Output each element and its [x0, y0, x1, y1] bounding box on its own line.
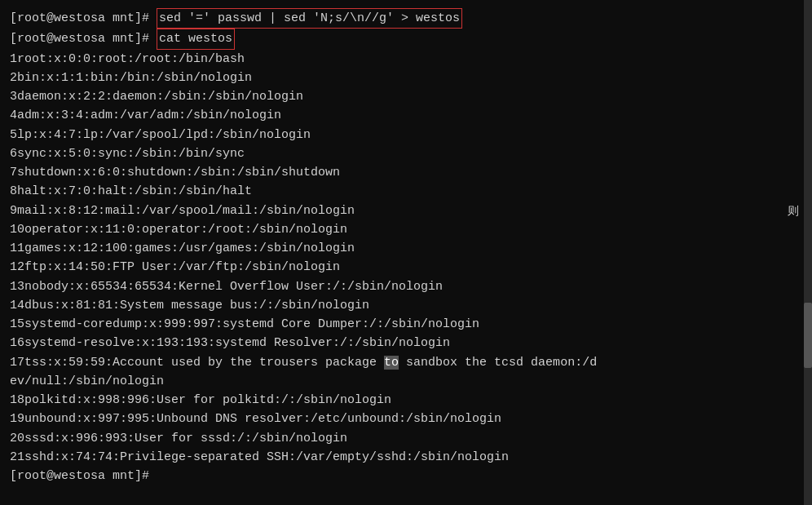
output-line-19: 19unbound:x:997:995:Unbound DNS resolver…: [10, 410, 802, 428]
prompt-2: [root@westosa mnt]#: [10, 32, 157, 46]
output-line-21: 21sshd:x:74:74:Privilege-separated SSH:/…: [10, 448, 802, 467]
output-line-11: 11games:x:12:100:games:/usr/games:/sbin/…: [10, 239, 802, 258]
output-line-3: 3daemon:x:2:2:daemon:/sbin:/sbin/nologin: [10, 87, 802, 106]
output-line-5: 5lp:x:4:7:lp:/var/spool/lpd:/sbin/nologi…: [10, 126, 802, 144]
command-line-1: [root@westosa mnt]# sed '=' passwd | sed…: [10, 8, 802, 29]
final-prompt: [root@westosa mnt]#: [10, 467, 802, 485]
output-line-13: 13nobody:x:65534:65534:Kernel Overflow U…: [10, 277, 802, 296]
terminal-window: [root@westosa mnt]# sed '=' passwd | sed…: [0, 0, 812, 505]
command-text-2: cat westos: [159, 32, 232, 46]
output-line-16: 16systemd-resolve:x:193:193:systemd Reso…: [10, 334, 802, 352]
output-line-4: 4adm:x:3:4:adm:/var/adm:/sbin/nologin: [10, 106, 802, 125]
output-line-6: 6sync:x:5:0:sync:/sbin:/bin/sync: [10, 144, 802, 163]
prompt-final: [root@westosa mnt]#: [10, 469, 157, 483]
command-line-2: [root@westosa mnt]# cat westos: [10, 29, 802, 49]
output-line-9: 9mail:x:8:12:mail:/var/spool/mail:/sbin/…: [10, 202, 802, 220]
output-line-15: 15systemd-coredump:x:999:997:systemd Cor…: [10, 315, 802, 334]
command-highlight-box-2: cat westos: [157, 29, 235, 49]
command-highlight-box: sed '=' passwd | sed 'N;s/\n//g' > westo…: [157, 8, 462, 29]
output-line-1: 1root:x:0:0:root:/root:/bin/bash: [10, 50, 802, 69]
output-line-14: 14dbus:x:81:81:System message bus:/:/sbi…: [10, 296, 802, 315]
output-line-12: 12ftp:x:14:50:FTP User:/var/ftp:/sbin/no…: [10, 258, 802, 277]
prompt-1: [root@westosa mnt]#: [10, 11, 157, 25]
output-line-20: 20sssd:x:996:993:User for sssd:/:/sbin/n…: [10, 429, 802, 448]
output-line-17b: ev/null:/sbin/nologin: [10, 372, 802, 391]
command-text-1: sed '=' passwd | sed 'N;s/\n//g' > westo…: [159, 11, 460, 25]
highlighted-to: to: [384, 356, 399, 370]
terminal-content: [root@westosa mnt]# sed '=' passwd | sed…: [3, 5, 809, 489]
scrollbar-thumb[interactable]: [804, 303, 812, 368]
output-line-10: 10operator:x:11:0:operator:/root:/sbin/n…: [10, 220, 802, 239]
output-line-17: 17tss:x:59:59:Account used by the trouse…: [10, 353, 802, 372]
output-line-7: 7shutdown:x:6:0:shutdown:/sbin:/sbin/shu…: [10, 163, 802, 182]
output-line-8: 8halt:x:7:0:halt:/sbin:/sbin/halt: [10, 182, 802, 201]
scrollbar[interactable]: [804, 0, 812, 505]
output-line-2: 2bin:x:1:1:bin:/bin:/sbin/nologin: [10, 69, 802, 87]
output-line-18: 18polkitd:x:998:996:User for polkitd:/:/…: [10, 391, 802, 410]
